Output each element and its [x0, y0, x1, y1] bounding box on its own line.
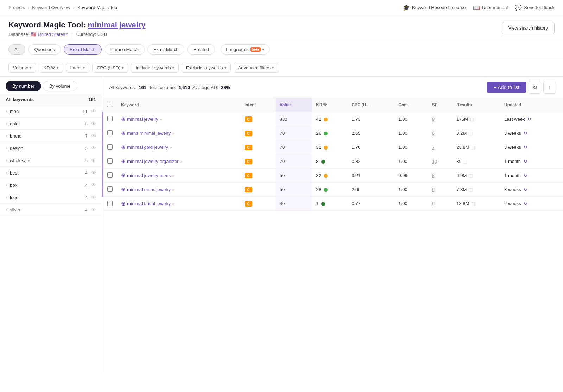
page-header: Keyword Magic Tool:minimal jewelry Datab…	[0, 15, 563, 40]
row-checkbox[interactable]	[107, 186, 113, 192]
row-checkbox[interactable]	[107, 130, 113, 135]
row-checkbox[interactable]	[107, 172, 113, 178]
top-nav: Projects › Keyword Overview › Keyword Ma…	[0, 0, 563, 15]
tab-related[interactable]: Related	[187, 44, 215, 55]
book-icon: 📖	[473, 4, 480, 11]
row-checkbox-cell[interactable]	[103, 169, 117, 183]
row-checkbox-cell[interactable]	[103, 126, 117, 140]
results-value: 23.8M	[456, 145, 469, 150]
col-sf[interactable]: SF	[428, 98, 453, 112]
kd-filter[interactable]: KD % ▾	[39, 63, 63, 73]
row-checkbox[interactable]	[107, 201, 113, 206]
row-checkbox-cell[interactable]	[103, 140, 117, 154]
row-checkbox-cell[interactable]	[103, 154, 117, 169]
add-to-list-button[interactable]: + Add to list	[487, 82, 526, 93]
col-checkbox[interactable]	[103, 98, 117, 112]
tab-questions[interactable]: Questions	[28, 44, 61, 55]
col-cpc[interactable]: CPC (U...	[347, 98, 394, 112]
refresh-icon[interactable]: ↻	[524, 131, 527, 136]
sidebar-item-design[interactable]: › design 5 👁	[0, 142, 102, 154]
row-checkbox[interactable]	[107, 116, 113, 121]
results-value: 175M	[456, 116, 468, 122]
keyword-research-course-link[interactable]: 🎓 Keyword Research course	[403, 4, 466, 11]
all-keywords-row[interactable]: All keywords 161	[0, 94, 102, 105]
user-manual-link[interactable]: 📖 User manual	[473, 4, 508, 11]
sidebar-item-men[interactable]: › men 11 👁	[0, 105, 102, 118]
db-country-link[interactable]: United States ▾	[38, 32, 68, 37]
kd-dot	[324, 118, 328, 121]
sidebar-item-gold[interactable]: › gold 8 👁	[0, 118, 102, 130]
col-kd[interactable]: KD %	[312, 98, 347, 112]
export-button[interactable]: ↑	[543, 81, 556, 94]
send-feedback-link[interactable]: 💬 Send feedback	[515, 4, 555, 11]
kd-stats-label: Average KD:	[192, 85, 218, 90]
refresh-table-button[interactable]: ↻	[529, 81, 541, 94]
col-updated[interactable]: Updated	[500, 98, 563, 112]
breadcrumb-projects[interactable]: Projects	[8, 5, 25, 10]
intent-badge: C	[245, 145, 252, 150]
chevron-right-icon: ›	[6, 183, 7, 188]
breadcrumb: Projects › Keyword Overview › Keyword Ma…	[8, 5, 118, 10]
row-keyword: ⊕ minimal bridal jewelry »	[117, 197, 240, 211]
intent-chevron-icon: ▾	[83, 66, 85, 70]
refresh-icon[interactable]: ↻	[524, 173, 527, 178]
sidebar-item-box[interactable]: › box 4 👁	[0, 179, 102, 191]
row-checkbox[interactable]	[107, 144, 113, 150]
tab-exact-match[interactable]: Exact Match	[147, 44, 185, 55]
keyword-link[interactable]: ⊕ minimal gold jewelry »	[121, 144, 236, 151]
sidebar-item-brand[interactable]: › brand 7 👁	[0, 130, 102, 142]
tab-all[interactable]: All	[8, 44, 25, 55]
select-all-checkbox[interactable]	[107, 102, 112, 107]
intent-badge: C	[245, 201, 252, 207]
keyword-link[interactable]: ⊕ minimal mens jewelry »	[121, 186, 236, 193]
refresh-icon[interactable]: ↻	[524, 159, 527, 164]
include-keywords-filter[interactable]: Include keywords ▾	[131, 63, 178, 73]
col-keyword[interactable]: Keyword	[117, 98, 240, 112]
keyword-link[interactable]: ⊕ mens minimal jewelry »	[121, 130, 236, 137]
intent-filter[interactable]: Intent ▾	[66, 63, 90, 73]
row-checkbox-cell[interactable]	[103, 112, 117, 126]
volume-filter[interactable]: Volume ▾	[8, 63, 36, 73]
table-row: ⊕ minimal jewelry » C 880 42 1.73 1.00 8…	[103, 112, 563, 126]
table-stats: All keywords: 161 Total volume: 1,610 Av…	[109, 85, 232, 90]
row-checkbox[interactable]	[107, 158, 113, 164]
tab-phrase-match[interactable]: Phrase Match	[105, 44, 145, 55]
col-intent[interactable]: Intent	[240, 98, 276, 112]
chevron-right-icon: ›	[6, 170, 7, 175]
refresh-icon[interactable]: ↻	[524, 187, 527, 192]
keyword-text: minimal jewelry mens	[127, 173, 171, 178]
col-volume[interactable]: Volu ↕	[276, 98, 312, 112]
col-com[interactable]: Com.	[394, 98, 428, 112]
keyword-link[interactable]: ⊕ minimal bridal jewelry »	[121, 200, 236, 207]
languages-dropdown[interactable]: Languages beta ▾	[221, 44, 270, 55]
refresh-icon[interactable]: ↻	[527, 116, 531, 122]
col-results[interactable]: Results	[452, 98, 500, 112]
kd-dot	[324, 188, 328, 192]
row-updated: Last week ↻	[500, 112, 563, 126]
sidebar-item-wholesale[interactable]: › wholesale 5 👁	[0, 154, 102, 167]
keyword-link[interactable]: ⊕ minimal jewelry »	[121, 116, 236, 122]
sort-by-volume-button[interactable]: By volume	[43, 81, 77, 91]
refresh-icon[interactable]: ↻	[524, 145, 527, 150]
keyword-text: minimal jewelry organizer	[127, 159, 179, 164]
exclude-keywords-filter[interactable]: Exclude keywords ▾	[182, 63, 231, 73]
sort-by-number-button[interactable]: By number	[6, 81, 41, 91]
breadcrumb-keyword-overview[interactable]: Keyword Overview	[32, 5, 70, 10]
refresh-icon[interactable]: ↻	[524, 201, 527, 206]
keyword-link[interactable]: ⊕ minimal jewelry organizer »	[121, 158, 236, 165]
all-keywords-label: All keywords	[6, 97, 34, 102]
sidebar-item-best[interactable]: › best 4 👁	[0, 167, 102, 179]
row-checkbox-cell[interactable]	[103, 197, 117, 211]
table-row: ⊕ minimal mens jewelry » C 50 28 2.65 1.…	[103, 183, 563, 197]
row-kd: 32	[312, 169, 347, 183]
advanced-filters[interactable]: Advanced filters ▾	[234, 63, 279, 73]
keyword-plus-icon: ⊕	[121, 116, 126, 122]
sidebar-item-logo[interactable]: › logo 4 👁	[0, 191, 102, 204]
keyword-link[interactable]: ⊕ minimal jewelry mens »	[121, 172, 236, 179]
row-checkbox-cell[interactable]	[103, 183, 117, 197]
cpc-filter[interactable]: CPC (USD) ▾	[92, 63, 128, 73]
sidebar-item-silver[interactable]: › silver 4 👁	[0, 204, 102, 216]
volume-stats-label: Total volume:	[149, 85, 176, 90]
view-history-button[interactable]: View search history	[502, 22, 555, 34]
tab-broad-match[interactable]: Broad Match	[64, 44, 102, 55]
